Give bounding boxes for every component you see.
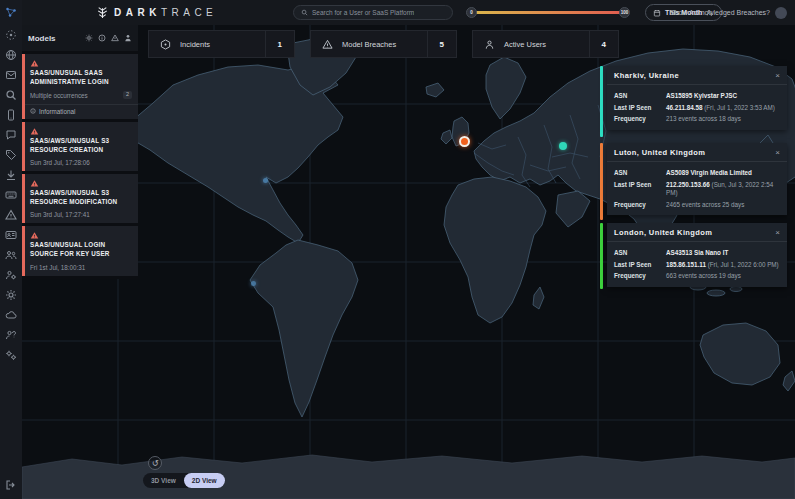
model-breach-card[interactable]: SaaS/AWS/Unusual S3 Resource Creation Su… [22,122,138,171]
darktrace-logo: DARKTRACE [96,0,217,25]
close-icon[interactable]: × [775,229,780,237]
location-title: Kharkiv, Ukraine [614,71,679,80]
map-marker-us-east[interactable] [263,178,268,183]
threat-visualizer-icon[interactable] [5,29,17,41]
users-icon[interactable] [5,249,17,261]
tag-icon[interactable] [5,149,17,161]
stat-label: Active Users [504,40,546,49]
app-icon-rail [0,0,22,499]
view-3d-button[interactable]: 3D View [143,477,184,484]
gear-icon[interactable] [5,289,17,301]
globe-icon[interactable] [5,49,17,61]
id-card-icon[interactable] [5,229,17,241]
model-breach-card[interactable]: SaaS/Unusual Login Source For Key User F… [22,226,138,275]
stats-bar: Incidents 1 Model Breaches 5 Active User… [148,30,619,58]
breach-timestamp: Sun 3rd Jul, 17:28:06 [30,159,132,166]
topbar: DARKTRACE Search for a User or SaaS Plat… [22,0,795,25]
mobile-device-icon[interactable] [5,109,17,121]
search-icon [301,9,308,16]
user-settings-icon[interactable] [5,269,17,281]
breach-alerts-icon[interactable] [5,209,17,221]
slider-track [472,11,624,14]
frequency-row: Frequency 2465 events across 25 days [614,201,780,210]
models-panel-header: Models [22,25,138,51]
breach-warning-icon [30,127,132,136]
mail-icon[interactable] [5,69,17,81]
stat-value: 4 [589,31,618,57]
last-ip-row: Last IP Seen 212.250.153.66 (Sun, Jul 3,… [614,181,780,198]
incident-icon [160,39,171,50]
search-input[interactable]: Search for a User or SaaS Platform [293,5,453,20]
breach-title: SaaS/AWS/Unusual S3 Resource Modificatio… [30,188,132,206]
chat-icon[interactable] [5,129,17,141]
logout-icon[interactable] [5,479,17,491]
gear-icon[interactable] [85,34,93,42]
view-2d-button[interactable]: 2D View [184,473,225,488]
asn-row: ASN AS15895 Kyivstar PJSC [614,92,780,101]
breach-subtitle: Multiple occurrences 2 [30,91,132,99]
keyboard-icon[interactable] [5,189,17,201]
last-ip-row: Last IP Seen 46.211.84.58 (Fri, Jul 1, 2… [614,104,780,113]
info-circle-icon [30,108,36,114]
cloud-security-icon[interactable] [5,309,17,321]
slider-min-handle[interactable]: 0 [466,7,477,18]
acknowledged-toggle[interactable] [775,7,787,19]
models-panel-title: Models [28,34,56,43]
model-breach-card[interactable]: SaaS/Unusual SaaS Administrative Login M… [22,54,138,119]
calendar-icon [653,9,661,17]
breach-severity: Informational [25,104,138,119]
map-reset-button[interactable]: ↺ [148,456,162,470]
reset-icon: ↺ [152,459,159,468]
acknowledged-breaches-control: Show Acknowledged Breaches? [670,0,787,25]
slider-max-handle[interactable]: 100 [619,7,630,18]
score-range-slider[interactable]: 0 100 [468,6,628,19]
location-title: London, United Kingdom [614,228,712,237]
map-marker-breach[interactable] [459,136,470,147]
stat-active-users[interactable]: Active Users 4 [472,30,619,58]
darktrace-logo-icon [96,6,109,19]
search-placeholder: Search for a User or SaaS Platform [312,9,414,16]
warning-triangle-icon[interactable] [111,34,119,42]
breach-warning-icon [30,59,132,68]
stat-value: 1 [265,31,294,57]
asn-row: ASN AS43513 Sia Nano IT [614,249,780,258]
breach-title: SaaS/Unusual Login Source For Key User [30,240,132,258]
close-icon[interactable]: × [775,72,780,80]
search-icon[interactable] [5,89,17,101]
info-circle-icon[interactable] [98,34,106,42]
brand-wordmark: DARKTRACE [114,7,217,18]
acknowledged-label: Show Acknowledged Breaches? [670,9,770,16]
stat-value: 5 [427,31,456,57]
view-toggle: 3D View 2D View [143,473,225,488]
stat-incidents[interactable]: Incidents 1 [148,30,295,58]
location-card-luton: Luton, United Kingdom × ASN AS5089 Virgi… [607,143,787,215]
user-icon [484,39,495,50]
map-marker-kharkiv[interactable] [559,142,567,150]
warning-triangle-icon [322,39,333,50]
location-accent-london [600,223,603,289]
darktrace-network-icon[interactable] [5,6,17,18]
model-breach-card[interactable]: SaaS/AWS/Unusual S3 Resource Modificatio… [22,174,138,223]
last-ip-row: Last IP Seen 185.86.151.11 (Fri, Jul 1, … [614,261,780,270]
close-icon[interactable]: × [775,149,780,157]
frequency-row: Frequency 663 events across 19 days [614,272,780,281]
download-icon[interactable] [5,169,17,181]
asn-row: ASN AS5089 Virgin Media Limited [614,169,780,178]
user-icon[interactable] [124,34,132,42]
location-card-london: London, United Kingdom × ASN AS43513 Sia… [607,223,787,287]
occurrence-badge: 2 [123,91,132,99]
breach-title: SaaS/Unusual SaaS Administrative Login [30,68,132,86]
breach-warning-icon [30,179,132,188]
breach-timestamp: Fri 1st Jul, 18:00:31 [30,264,132,271]
models-panel: Models SaaS/Unusual SaaS Administrative … [22,25,138,279]
world-map[interactable]: Incidents 1 Model Breaches 5 Active User… [22,25,795,499]
system-config-icon[interactable] [5,349,17,361]
user-help-icon[interactable] [5,329,17,341]
map-marker-peru[interactable] [251,281,256,286]
location-accent-kharkiv [600,66,603,137]
frequency-row: Frequency 213 events across 18 days [614,115,780,124]
stat-label: Incidents [180,40,210,49]
stat-model-breaches[interactable]: Model Breaches 5 [310,30,457,58]
location-title: Luton, United Kingdom [614,148,705,157]
location-accent-luton [600,143,603,220]
